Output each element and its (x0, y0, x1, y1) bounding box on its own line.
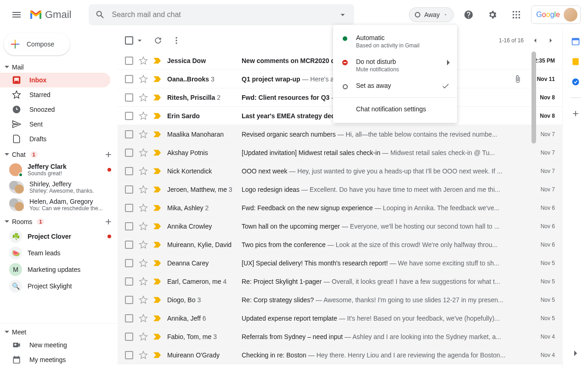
row-checkbox[interactable] (125, 259, 133, 267)
rooms-section-header[interactable]: Rooms 1 (0, 215, 118, 228)
star-button[interactable] (139, 222, 148, 231)
important-marker[interactable] (153, 168, 162, 174)
email-row[interactable]: Diogo, Bo 3Re: Corp strategy slides? — A… (118, 291, 562, 309)
email-row[interactable]: Muireann O'GradyChecking in re: Boston —… (118, 346, 562, 364)
room-item[interactable]: 🔍Project Skylight (0, 278, 118, 293)
support-button[interactable] (459, 6, 478, 24)
page-next-button[interactable] (547, 36, 555, 45)
row-checkbox[interactable] (125, 57, 133, 65)
important-marker[interactable] (153, 205, 162, 211)
row-checkbox[interactable] (125, 277, 133, 286)
important-marker[interactable] (153, 278, 162, 285)
row-checkbox[interactable] (125, 222, 133, 230)
star-button[interactable] (139, 351, 148, 360)
important-marker[interactable] (153, 113, 162, 119)
new-chat-button[interactable] (104, 150, 113, 159)
settings-button[interactable] (483, 6, 502, 24)
row-checkbox[interactable] (125, 149, 133, 157)
email-row[interactable]: Annika CrowleyTown hall on the upcoming … (118, 217, 562, 236)
star-button[interactable] (139, 314, 148, 323)
email-row[interactable]: Jeroen, Matthew, me 3Logo redesign ideas… (118, 180, 562, 199)
page-prev-button[interactable] (531, 36, 539, 45)
room-item[interactable]: 🍉Team leads (0, 245, 118, 261)
room-item[interactable]: MMarketing updates (0, 261, 118, 278)
star-button[interactable] (139, 240, 148, 249)
star-button[interactable] (139, 130, 148, 139)
account-chip[interactable]: Google (531, 6, 581, 24)
email-row[interactable]: Fabio, Tom, me 3Referrals from Sydney – … (118, 328, 562, 346)
row-checkbox[interactable] (125, 93, 133, 102)
main-menu-button[interactable] (7, 6, 26, 24)
new-meeting-button[interactable]: New meeting (0, 338, 110, 352)
email-row[interactable]: Annika, Jeff 6Updated expense report tem… (118, 309, 562, 328)
important-marker[interactable] (153, 334, 162, 340)
chevron-down-icon[interactable] (135, 36, 144, 45)
chat-notification-settings-option[interactable]: Chat notification settings (333, 101, 457, 118)
meet-section-header[interactable]: Meet (0, 327, 118, 338)
new-room-button[interactable] (104, 217, 113, 226)
my-meetings-button[interactable]: My meetings (0, 352, 110, 367)
sidebar-item-sent[interactable]: Sent (0, 117, 110, 132)
status-chip[interactable]: Away (409, 7, 454, 22)
keep-app-icon[interactable] (571, 57, 580, 66)
row-checkbox[interactable] (125, 241, 133, 249)
search-bar[interactable] (89, 4, 354, 25)
status-away-option[interactable]: Set as away (333, 77, 457, 95)
star-button[interactable] (139, 259, 148, 268)
search-options-icon[interactable] (338, 10, 348, 20)
refresh-button[interactable] (153, 36, 163, 45)
more-button[interactable] (172, 36, 181, 45)
select-all-checkbox[interactable] (125, 36, 133, 45)
row-checkbox[interactable] (125, 167, 133, 175)
important-marker[interactable] (153, 242, 162, 248)
sidebar-item-starred[interactable]: Starred (0, 87, 110, 102)
row-checkbox[interactable] (125, 314, 133, 322)
email-row[interactable]: Muireann, Kylie, DavidTwo pics from the … (118, 236, 562, 254)
star-button[interactable] (139, 111, 148, 121)
chat-section-header[interactable]: Chat 1 (0, 148, 118, 161)
star-button[interactable] (139, 56, 148, 65)
gmail-logo[interactable]: Gmail (29, 9, 71, 21)
star-button[interactable] (139, 277, 148, 286)
status-automatic-option[interactable]: Automatic Based on activity in Gmail (333, 29, 457, 53)
get-addons-button[interactable] (571, 109, 580, 118)
hide-panel-button[interactable] (570, 348, 581, 359)
star-button[interactable] (139, 203, 148, 213)
chat-item[interactable]: Shirley, JefferyShirley: Awesome, thanks… (0, 178, 118, 196)
sidebar-item-snoozed[interactable]: Snoozed (0, 102, 110, 117)
row-checkbox[interactable] (125, 204, 133, 212)
email-row[interactable]: Nick KortendickOOO next week — Hey, just… (118, 162, 562, 180)
important-marker[interactable] (153, 131, 162, 138)
tasks-app-icon[interactable] (571, 77, 580, 86)
star-button[interactable] (139, 167, 148, 176)
mail-section-header[interactable]: Mail (0, 62, 118, 73)
row-checkbox[interactable] (125, 112, 133, 120)
star-button[interactable] (139, 332, 148, 341)
scroll-thumb[interactable] (531, 52, 536, 144)
email-row[interactable]: Maalika ManoharanRevised organic search … (118, 125, 562, 144)
sidebar-item-inbox[interactable]: Inbox (0, 73, 110, 87)
room-item[interactable]: ☘️Project Clover (0, 228, 118, 245)
important-marker[interactable] (153, 315, 162, 322)
row-checkbox[interactable] (125, 130, 133, 138)
row-checkbox[interactable] (125, 351, 133, 359)
calendar-app-icon[interactable] (571, 37, 580, 46)
status-dnd-option[interactable]: Do not disturb Mute notifications (333, 53, 457, 77)
sidebar-item-drafts[interactable]: Drafts (0, 132, 110, 146)
star-button[interactable] (139, 295, 148, 305)
apps-button[interactable] (507, 6, 526, 24)
chat-item[interactable]: Helen, Adam, GregoryYou: Can we reschedu… (0, 196, 118, 213)
important-marker[interactable] (153, 94, 162, 101)
important-marker[interactable] (153, 76, 162, 82)
compose-button[interactable]: Compose (4, 33, 70, 55)
star-button[interactable] (139, 75, 148, 84)
important-marker[interactable] (153, 58, 162, 64)
important-marker[interactable] (153, 260, 162, 266)
email-row[interactable]: Akshay Potnis[Updated invitation] Midwes… (118, 144, 562, 162)
important-marker[interactable] (153, 352, 162, 358)
email-row[interactable]: Mika, Ashley 2Fwd: Feedback on the new s… (118, 199, 562, 217)
row-checkbox[interactable] (125, 333, 133, 341)
email-row[interactable]: Deanna Carey[UX] Special delivery! This … (118, 254, 562, 272)
star-button[interactable] (139, 185, 148, 194)
row-checkbox[interactable] (125, 296, 133, 304)
